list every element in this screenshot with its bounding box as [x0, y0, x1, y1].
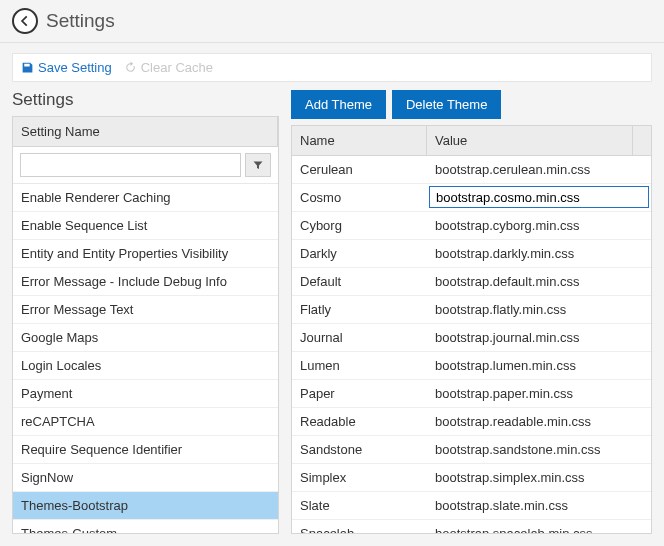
theme-value-cell[interactable]: bootstrap.simplex.min.css: [427, 464, 651, 491]
theme-value-input[interactable]: [429, 186, 649, 208]
theme-value-cell[interactable]: bootstrap.sandstone.min.css: [427, 436, 651, 463]
save-setting-button[interactable]: Save Setting: [21, 60, 112, 75]
theme-name-cell: Slate: [292, 492, 427, 519]
theme-name-cell: Default: [292, 268, 427, 295]
filter-row: [13, 147, 278, 184]
theme-panel: Add Theme Delete Theme Name Value Cerule…: [291, 90, 652, 534]
theme-name-cell: Sandstone: [292, 436, 427, 463]
theme-grid-header: Name Value: [292, 126, 651, 156]
theme-name-cell: Flatly: [292, 296, 427, 323]
theme-row[interactable]: Spacelabbootstrap.spacelab.min.css: [292, 520, 651, 533]
setting-name-filter-input[interactable]: [20, 153, 241, 177]
settings-row-label: Payment: [13, 380, 278, 407]
theme-row[interactable]: Cyborgbootstrap.cyborg.min.css: [292, 212, 651, 240]
theme-value-cell[interactable]: bootstrap.paper.min.css: [427, 380, 651, 407]
scroll-gutter: [633, 126, 651, 155]
settings-row-label: Require Sequence Identifier: [13, 436, 278, 463]
theme-row[interactable]: Paperbootstrap.paper.min.css: [292, 380, 651, 408]
settings-row-label: Login Locales: [13, 352, 278, 379]
theme-grid-body[interactable]: Ceruleanbootstrap.cerulean.min.cssCosmoC…: [292, 156, 651, 533]
theme-name-cell: Readable: [292, 408, 427, 435]
save-icon: [21, 61, 34, 74]
page-title: Settings: [46, 10, 115, 32]
theme-name-cell: Cosmo: [292, 184, 427, 211]
settings-row[interactable]: Login Locales: [13, 352, 278, 380]
theme-value-cell[interactable]: bootstrap.slate.min.css: [427, 492, 651, 519]
theme-row[interactable]: Flatlybootstrap.flatly.min.css: [292, 296, 651, 324]
settings-grid: Setting Name Enable Renderer CachingEnab…: [12, 116, 279, 534]
settings-row-label: Enable Renderer Caching: [13, 184, 278, 211]
settings-row[interactable]: Error Message - Include Debug Info: [13, 268, 278, 296]
theme-name-cell: Paper: [292, 380, 427, 407]
theme-value-cell[interactable]: bootstrap.cerulean.min.css: [427, 156, 651, 183]
settings-row[interactable]: Themes-Bootstrap: [13, 492, 278, 520]
settings-row-label: Entity and Entity Properties Visibility: [13, 240, 278, 267]
theme-value-cell[interactable]: bootstrap.lumen.min.css: [427, 352, 651, 379]
arrow-left-icon: [18, 14, 32, 28]
col-value[interactable]: Value: [427, 126, 633, 155]
settings-row[interactable]: Themes-Custom: [13, 520, 278, 533]
settings-row[interactable]: Enable Sequence List: [13, 212, 278, 240]
settings-row-label: reCAPTCHA: [13, 408, 278, 435]
settings-row[interactable]: Error Message Text: [13, 296, 278, 324]
settings-row[interactable]: Google Maps: [13, 324, 278, 352]
delete-theme-button[interactable]: Delete Theme: [392, 90, 501, 119]
theme-name-cell: Cyborg: [292, 212, 427, 239]
toolbar: Save Setting Clear Cache: [12, 53, 652, 82]
theme-row[interactable]: Slatebootstrap.slate.min.css: [292, 492, 651, 520]
theme-value-cell[interactable]: bootstrap.flatly.min.css: [427, 296, 651, 323]
col-setting-name[interactable]: Setting Name: [13, 117, 278, 146]
col-name[interactable]: Name: [292, 126, 427, 155]
settings-row-label: Themes-Custom: [13, 520, 278, 533]
settings-row-label: Enable Sequence List: [13, 212, 278, 239]
theme-row[interactable]: Readablebootstrap.readable.min.css: [292, 408, 651, 436]
theme-row[interactable]: Sandstonebootstrap.sandstone.min.css: [292, 436, 651, 464]
settings-grid-body[interactable]: Enable Renderer CachingEnable Sequence L…: [13, 184, 278, 533]
theme-value-cell[interactable]: bootstrap.cyborg.min.css: [427, 212, 651, 239]
clear-cache-button: Clear Cache: [124, 60, 213, 75]
refresh-icon: [124, 61, 137, 74]
theme-row[interactable]: Journalbootstrap.journal.min.css: [292, 324, 651, 352]
page-header: Settings: [0, 0, 664, 43]
theme-row[interactable]: Simplexbootstrap.simplex.min.css: [292, 464, 651, 492]
filter-icon: [252, 159, 264, 171]
settings-row-label: Error Message - Include Debug Info: [13, 268, 278, 295]
theme-row[interactable]: Ceruleanbootstrap.cerulean.min.css: [292, 156, 651, 184]
theme-name-cell: Simplex: [292, 464, 427, 491]
back-button[interactable]: [12, 8, 38, 34]
filter-button[interactable]: [245, 153, 271, 177]
theme-row[interactable]: Cosmo: [292, 184, 651, 212]
settings-row-label: Google Maps: [13, 324, 278, 351]
settings-row[interactable]: Require Sequence Identifier: [13, 436, 278, 464]
theme-name-cell: Darkly: [292, 240, 427, 267]
settings-row[interactable]: reCAPTCHA: [13, 408, 278, 436]
settings-row[interactable]: Entity and Entity Properties Visibility: [13, 240, 278, 268]
theme-grid: Name Value Ceruleanbootstrap.cerulean.mi…: [291, 125, 652, 534]
theme-row[interactable]: Lumenbootstrap.lumen.min.css: [292, 352, 651, 380]
theme-name-cell: Cerulean: [292, 156, 427, 183]
theme-toolbar: Add Theme Delete Theme: [291, 90, 652, 119]
theme-value-cell[interactable]: bootstrap.journal.min.css: [427, 324, 651, 351]
settings-grid-header: Setting Name: [13, 117, 278, 147]
settings-row-label: Error Message Text: [13, 296, 278, 323]
theme-name-cell: Journal: [292, 324, 427, 351]
add-theme-button[interactable]: Add Theme: [291, 90, 386, 119]
theme-row[interactable]: Darklybootstrap.darkly.min.css: [292, 240, 651, 268]
theme-name-cell: Lumen: [292, 352, 427, 379]
settings-row-label: Themes-Bootstrap: [13, 492, 278, 519]
clear-label: Clear Cache: [141, 60, 213, 75]
settings-list-panel: Settings Setting Name Enable Renderer Ca…: [12, 90, 279, 534]
theme-value-cell[interactable]: bootstrap.spacelab.min.css: [427, 520, 651, 533]
settings-row-label: SignNow: [13, 464, 278, 491]
settings-row[interactable]: SignNow: [13, 464, 278, 492]
settings-row[interactable]: Enable Renderer Caching: [13, 184, 278, 212]
theme-value-cell[interactable]: bootstrap.readable.min.css: [427, 408, 651, 435]
theme-value-cell[interactable]: bootstrap.darkly.min.css: [427, 240, 651, 267]
save-label: Save Setting: [38, 60, 112, 75]
theme-name-cell: Spacelab: [292, 520, 427, 533]
settings-list-title: Settings: [12, 90, 279, 110]
theme-value-cell: [427, 184, 651, 211]
settings-row[interactable]: Payment: [13, 380, 278, 408]
theme-value-cell[interactable]: bootstrap.default.min.css: [427, 268, 651, 295]
theme-row[interactable]: Defaultbootstrap.default.min.css: [292, 268, 651, 296]
